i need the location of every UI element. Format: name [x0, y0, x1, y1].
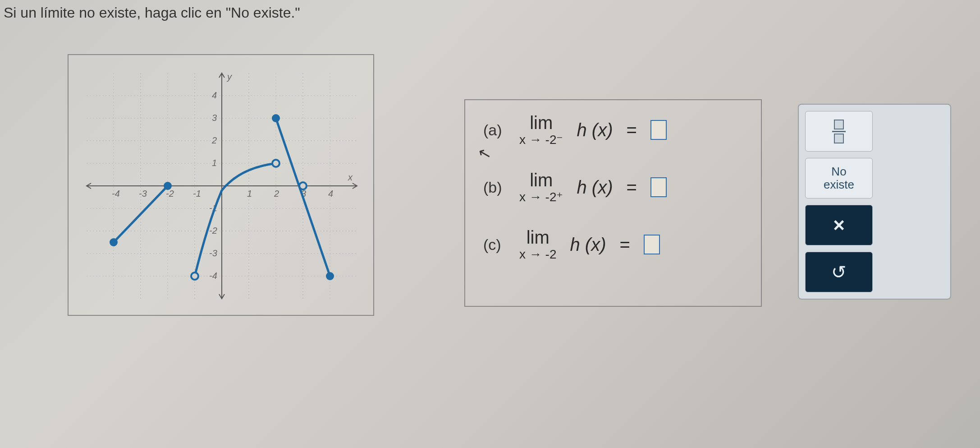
svg-point-40	[191, 272, 198, 280]
equals-c: =	[619, 235, 630, 255]
equals-a: =	[626, 120, 637, 140]
equals-b: =	[626, 177, 637, 198]
svg-point-42	[299, 182, 307, 189]
fraction-button[interactable]	[805, 111, 873, 152]
graph-panel: -4 -3 -2 -1 1 2 3 4 4 3 2 1 -1 -2 -3 -4 …	[68, 54, 374, 316]
answer-input-c[interactable]	[644, 235, 660, 254]
answer-input-b[interactable]	[650, 177, 667, 197]
answer-input-a[interactable]	[650, 120, 667, 140]
function-b: h (x)	[577, 177, 613, 198]
limit-expression-c: lim x → -2	[519, 228, 556, 261]
no-existe-button[interactable]: No existe	[805, 158, 873, 199]
svg-text:1: 1	[247, 189, 252, 199]
svg-text:2: 2	[274, 189, 279, 199]
answer-row-a: (a) lim x → -2⁻ h (x) =	[483, 114, 743, 146]
svg-point-36	[110, 238, 118, 246]
graph-svg: -4 -3 -2 -1 1 2 3 4 4 3 2 1 -1 -2 -3 -4 …	[69, 55, 375, 317]
svg-text:-2: -2	[209, 226, 217, 236]
y-axis-label: y	[226, 72, 232, 82]
input-palette: No existe × ↺	[798, 104, 951, 300]
close-icon: ×	[833, 214, 845, 236]
svg-line-35	[276, 118, 330, 276]
svg-text:-1: -1	[193, 189, 201, 199]
svg-point-41	[272, 160, 279, 167]
svg-text:-4: -4	[209, 271, 217, 281]
function-c: h (x)	[570, 235, 606, 255]
instruction-text: Si un límite no existe, haga clic en "No…	[4, 5, 300, 21]
svg-text:-2: -2	[166, 189, 174, 199]
svg-text:-4: -4	[112, 189, 120, 199]
undo-icon: ↺	[831, 262, 847, 282]
no-existe-label: No existe	[824, 165, 854, 191]
answer-label-a: (a)	[483, 121, 506, 139]
svg-point-39	[326, 272, 334, 280]
svg-text:4: 4	[212, 90, 217, 100]
undo-button[interactable]: ↺	[805, 252, 873, 292]
answer-row-b: (b) lim x → -2⁺ h (x) =	[483, 171, 743, 203]
svg-point-37	[164, 182, 172, 190]
svg-text:1: 1	[212, 158, 217, 168]
limit-expression-a: lim x → -2⁻	[519, 114, 563, 146]
answers-panel: (a) lim x → -2⁻ h (x) = (b) lim x → -2⁺ …	[464, 99, 762, 307]
answer-label-b: (b)	[483, 179, 506, 196]
limit-expression-b: lim x → -2⁺	[519, 171, 563, 203]
svg-text:3: 3	[212, 113, 217, 123]
function-a: h (x)	[577, 120, 613, 140]
answer-label-c: (c)	[483, 236, 506, 254]
svg-text:2: 2	[211, 135, 217, 145]
x-axis-label: x	[348, 172, 353, 182]
svg-point-38	[272, 114, 280, 122]
answer-row-c: (c) lim x → -2 h (x) =	[483, 228, 743, 261]
fraction-icon	[832, 120, 846, 143]
svg-text:-3: -3	[209, 248, 217, 258]
svg-text:4: 4	[328, 189, 333, 199]
axes	[87, 73, 357, 299]
svg-text:-3: -3	[139, 189, 147, 199]
clear-button[interactable]: ×	[805, 205, 873, 245]
tick-labels: -4 -3 -2 -1 1 2 3 4 4 3 2 1 -1 -2 -3 -4 …	[112, 72, 353, 281]
